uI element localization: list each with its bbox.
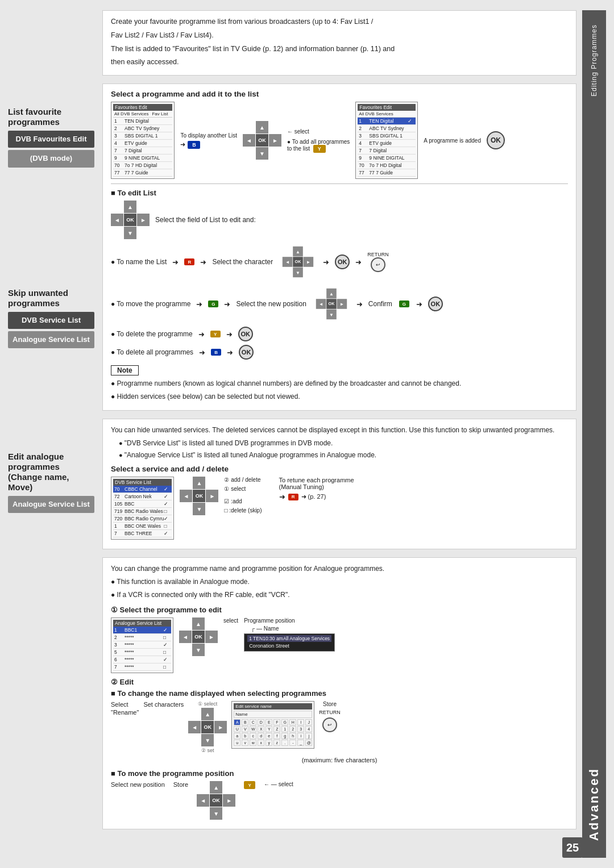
char-d[interactable]: d bbox=[258, 733, 264, 739]
char-h[interactable]: h bbox=[289, 733, 296, 739]
dpad-sc-down[interactable]: ▼ bbox=[201, 734, 214, 746]
char-x2[interactable]: x bbox=[258, 740, 264, 746]
dpad-char-up[interactable]: ▲ bbox=[293, 247, 303, 257]
dpad-char-right[interactable]: ► bbox=[304, 257, 314, 267]
dpad-mp-down[interactable]: ▼ bbox=[210, 807, 222, 820]
char-f[interactable]: f bbox=[273, 733, 280, 739]
dpad-edit-right[interactable]: ► bbox=[137, 214, 150, 226]
dpad-sc-left[interactable]: ◄ bbox=[188, 721, 201, 733]
dpad-char[interactable]: ▲ ◄ OK ► ▼ bbox=[283, 247, 313, 277]
ok-btn-fav[interactable]: OK bbox=[487, 131, 505, 149]
char-v2[interactable]: v bbox=[242, 740, 248, 746]
red-btn-name[interactable]: R bbox=[184, 258, 194, 265]
dpad-edit-step1[interactable]: ▲ ◄ OK ► ▼ bbox=[179, 617, 218, 656]
char-a[interactable]: a bbox=[234, 733, 240, 739]
return-btn2[interactable]: ↩ bbox=[322, 717, 337, 732]
dpad-sc-ok[interactable]: OK bbox=[201, 721, 214, 733]
char-C[interactable]: C bbox=[250, 719, 256, 725]
dpad-move[interactable]: ▲ ◄ OK ► ▼ bbox=[316, 289, 347, 319]
blue-btn[interactable]: B bbox=[188, 141, 200, 149]
dpad-es1-up[interactable]: ▲ bbox=[192, 617, 205, 630]
dpad-char-left[interactable]: ◄ bbox=[283, 257, 293, 267]
dpad-setchar[interactable]: ▲ ◄ OK ► ▼ bbox=[188, 708, 227, 746]
dpad-es1-ok[interactable]: OK bbox=[192, 631, 205, 643]
ok-btn-delall[interactable]: OK bbox=[239, 345, 254, 360]
char-Z[interactable]: Z bbox=[273, 726, 280, 732]
red-btn-retune[interactable]: R bbox=[288, 494, 298, 500]
ok-btn-char[interactable]: OK bbox=[335, 254, 350, 269]
char-G[interactable]: G bbox=[281, 719, 288, 725]
char-F[interactable]: F bbox=[273, 719, 280, 725]
dpad-skip[interactable]: ▲ ◄ OK ► ▼ bbox=[180, 477, 218, 515]
dpad-move-right[interactable]: ► bbox=[337, 299, 347, 309]
dpad-mp-left[interactable]: ◄ bbox=[197, 794, 209, 807]
char-3[interactable]: 3 bbox=[297, 726, 304, 732]
dpad-es1-left[interactable]: ◄ bbox=[179, 631, 192, 643]
dpad-skip-left[interactable]: ◄ bbox=[180, 490, 192, 502]
char-u2[interactable]: u bbox=[234, 740, 240, 746]
dpad-mp-ok[interactable]: OK bbox=[210, 794, 222, 807]
dpad-move-left[interactable]: ◄ bbox=[316, 299, 326, 309]
dpad-left[interactable]: ◄ bbox=[243, 134, 255, 147]
char-under[interactable]: _ bbox=[297, 740, 304, 746]
dpad-edit-ok[interactable]: OK bbox=[124, 214, 136, 226]
yellow-btn-add[interactable]: Y bbox=[313, 145, 326, 153]
dpad-edit1[interactable]: ▲ ◄ OK ► ▼ bbox=[111, 201, 150, 239]
char-A[interactable]: A bbox=[234, 719, 240, 725]
dpad-move-down[interactable]: ▼ bbox=[326, 310, 337, 320]
dpad-sc-right[interactable]: ► bbox=[214, 721, 227, 733]
char-Y[interactable]: Y bbox=[265, 726, 272, 732]
green-btn-confirm[interactable]: G bbox=[399, 301, 409, 307]
ok-btn-move[interactable]: OK bbox=[428, 297, 443, 311]
char-e[interactable]: e bbox=[265, 733, 272, 739]
dpad-move-ok[interactable]: OK bbox=[326, 299, 337, 309]
char-c[interactable]: c bbox=[250, 733, 256, 739]
char-j[interactable]: j bbox=[305, 733, 312, 739]
char-X[interactable]: X bbox=[258, 726, 264, 732]
char-E[interactable]: E bbox=[265, 719, 272, 725]
char-dash[interactable]: - bbox=[289, 740, 296, 746]
dpad-skip-right[interactable]: ► bbox=[206, 490, 218, 502]
char-b[interactable]: b bbox=[242, 733, 248, 739]
char-at[interactable]: @ bbox=[305, 740, 312, 746]
char-1[interactable]: 1 bbox=[281, 726, 288, 732]
dpad-edit-down[interactable]: ▼ bbox=[124, 227, 136, 239]
char-w2[interactable]: w bbox=[250, 740, 256, 746]
char-y2[interactable]: y bbox=[265, 740, 272, 746]
dpad-es1-down[interactable]: ▼ bbox=[192, 644, 205, 656]
dpad-fav[interactable]: ▲ ◄ OK ► ▼ bbox=[243, 121, 281, 160]
dpad-skip-ok[interactable]: OK bbox=[193, 490, 205, 502]
dpad-movepos[interactable]: ▲ ◄ OK ► ▼ bbox=[197, 781, 235, 820]
char-W[interactable]: W bbox=[250, 726, 256, 732]
blue-btn-delall[interactable]: B bbox=[211, 349, 221, 356]
green-btn-move[interactable]: G bbox=[208, 301, 218, 307]
yellow-btn-store[interactable]: Y bbox=[244, 781, 255, 789]
char-i[interactable]: i bbox=[297, 733, 304, 739]
dpad-right[interactable]: ► bbox=[269, 134, 281, 147]
dpad-move-up[interactable]: ▲ bbox=[326, 289, 337, 299]
dpad-up[interactable]: ▲ bbox=[256, 121, 268, 133]
char-2[interactable]: 2 bbox=[289, 726, 296, 732]
char-U[interactable]: U bbox=[234, 726, 240, 732]
char-B[interactable]: B bbox=[242, 719, 248, 725]
dpad-edit-left[interactable]: ◄ bbox=[111, 214, 123, 226]
return-btn[interactable]: ↩ bbox=[371, 257, 385, 272]
dpad-mp-up[interactable]: ▲ bbox=[210, 781, 222, 794]
dpad-sc-up[interactable]: ▲ bbox=[201, 708, 214, 720]
yellow-btn-del[interactable]: Y bbox=[210, 331, 221, 337]
char-H[interactable]: H bbox=[289, 719, 296, 725]
dpad-skip-up[interactable]: ▲ bbox=[193, 477, 205, 489]
char-I[interactable]: I bbox=[297, 719, 304, 725]
ok-btn-del[interactable]: OK bbox=[238, 327, 253, 341]
dpad-skip-down[interactable]: ▼ bbox=[193, 503, 205, 515]
dpad-char-down[interactable]: ▼ bbox=[293, 268, 303, 278]
dpad-char-ok[interactable]: OK bbox=[293, 257, 303, 267]
char-4[interactable]: 4 bbox=[305, 726, 312, 732]
char-V[interactable]: V bbox=[242, 726, 248, 732]
char-dot[interactable]: . bbox=[281, 740, 288, 746]
dpad-mp-right[interactable]: ► bbox=[223, 794, 235, 807]
char-J[interactable]: J bbox=[305, 719, 312, 725]
char-g[interactable]: g bbox=[281, 733, 288, 739]
dpad-edit-up[interactable]: ▲ bbox=[124, 201, 136, 213]
char-z2[interactable]: z bbox=[273, 740, 280, 746]
